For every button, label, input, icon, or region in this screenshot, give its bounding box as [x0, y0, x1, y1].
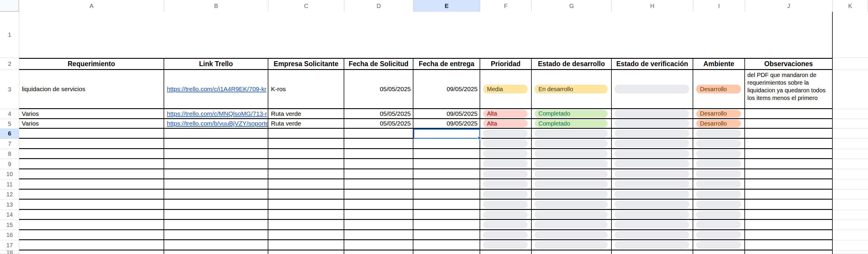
cell-E17[interactable] — [413, 240, 480, 251]
cell-G2-header[interactable]: Estado de desarrollo — [532, 58, 612, 70]
cell-K14[interactable] — [833, 210, 868, 220]
dropdown-chip-I5[interactable]: Desarrollo — [696, 120, 741, 127]
dropdown-chip-I16[interactable] — [696, 231, 741, 239]
cell-I14[interactable] — [693, 210, 745, 220]
cell-F8[interactable] — [480, 149, 532, 159]
cell-B4[interactable]: https://trello.com/c/MNQlsoMG/713-r — [164, 109, 268, 119]
cell-K15[interactable] — [833, 220, 868, 230]
cell-C16[interactable] — [268, 230, 344, 240]
dropdown-chip-F5[interactable]: Alta — [483, 120, 528, 127]
column-header-I[interactable]: I — [693, 0, 745, 12]
cell-F3[interactable]: Media — [480, 70, 532, 109]
cell-B18[interactable] — [164, 251, 268, 254]
fill-handle[interactable] — [477, 136, 481, 140]
dropdown-chip-H4[interactable] — [615, 110, 689, 118]
dropdown-chip-G12[interactable] — [535, 191, 608, 198]
dropdown-chip-G6[interactable] — [535, 130, 608, 137]
cell-D3[interactable]: 05/05/2025 — [344, 70, 413, 109]
dropdown-chip-H12[interactable] — [615, 191, 689, 198]
dropdown-chip-I14[interactable] — [696, 211, 741, 218]
cell-D12[interactable] — [344, 190, 413, 200]
cell-J9[interactable] — [745, 159, 833, 169]
cell-F2-header[interactable]: Prioridad — [480, 58, 532, 70]
cell-B12[interactable] — [164, 190, 268, 200]
cell-A12[interactable] — [19, 190, 164, 200]
dropdown-chip-I9[interactable] — [696, 160, 741, 167]
trello-link-row4[interactable]: https://trello.com/c/MNQlsoMG/713-r — [164, 110, 267, 117]
cell-J2-header[interactable]: Observaciones — [745, 58, 833, 70]
dropdown-chip-I8[interactable] — [696, 150, 741, 158]
cell-I13[interactable] — [693, 200, 745, 210]
cell-C13[interactable] — [268, 200, 344, 210]
dropdown-chip-H9[interactable] — [615, 160, 689, 167]
cell-I18[interactable] — [693, 251, 745, 254]
cell-F7[interactable] — [480, 139, 532, 149]
cell-D9[interactable] — [344, 159, 413, 169]
dropdown-chip-F17[interactable] — [483, 241, 528, 249]
cell-C17[interactable] — [268, 240, 344, 251]
cell-D15[interactable] — [344, 220, 413, 230]
row-header-14[interactable]: 14 — [0, 210, 19, 220]
trello-link-row3[interactable]: https://trello.com/c/i1A4R9EK/709-kr — [164, 86, 266, 93]
cell-K1[interactable] — [833, 12, 868, 58]
cell-J10[interactable] — [745, 169, 833, 179]
cell-H4[interactable] — [612, 109, 693, 119]
row-header-10[interactable]: 10 — [0, 169, 19, 179]
dropdown-chip-G5[interactable]: Completado — [535, 120, 608, 127]
cell-F13[interactable] — [480, 200, 532, 210]
cell-C15[interactable] — [268, 220, 344, 230]
cell-J6[interactable] — [745, 129, 833, 139]
cell-J11[interactable] — [745, 179, 833, 190]
dropdown-chip-F3[interactable]: Media — [483, 85, 528, 94]
cell-D7[interactable] — [344, 139, 413, 149]
column-header-J[interactable]: J — [745, 0, 833, 12]
cell-E11[interactable] — [413, 179, 480, 190]
cell-H17[interactable] — [612, 240, 693, 251]
dropdown-chip-F8[interactable] — [483, 150, 528, 158]
cell-D4[interactable]: 05/05/2025 — [344, 109, 413, 119]
cell-A5[interactable]: Varios — [19, 119, 164, 129]
cell-B6[interactable] — [164, 129, 268, 139]
cell-C7[interactable] — [268, 139, 344, 149]
cell-B3[interactable]: https://trello.com/c/i1A4R9EK/709-kr — [164, 70, 268, 109]
cell-I2-header[interactable]: Ambiente — [693, 58, 745, 70]
cell-J16[interactable] — [745, 230, 833, 240]
cell-G12[interactable] — [532, 190, 612, 200]
cell-B15[interactable] — [164, 220, 268, 230]
cell-H12[interactable] — [612, 190, 693, 200]
cell-K12[interactable] — [833, 190, 868, 200]
dropdown-chip-H11[interactable] — [615, 180, 689, 188]
dropdown-chip-G14[interactable] — [535, 211, 608, 218]
cell-A10[interactable] — [19, 169, 164, 179]
cell-F17[interactable] — [480, 240, 532, 251]
cell-A7[interactable] — [19, 139, 164, 149]
dropdown-chip-G11[interactable] — [535, 180, 608, 188]
dropdown-chip-G10[interactable] — [535, 170, 608, 178]
row-header-15[interactable]: 15 — [0, 220, 19, 230]
dropdown-chip-G13[interactable] — [535, 200, 608, 208]
cell-K7[interactable] — [833, 139, 868, 149]
cell-C5[interactable]: Ruta verde — [268, 119, 344, 129]
cell-K6[interactable] — [833, 129, 868, 139]
cell-A17[interactable] — [19, 240, 164, 251]
cell-D17[interactable] — [344, 240, 413, 251]
cell-A18[interactable] — [19, 251, 164, 254]
dropdown-chip-F13[interactable] — [483, 200, 528, 208]
dropdown-chip-H7[interactable] — [615, 140, 689, 147]
cell-I7[interactable] — [693, 139, 745, 149]
cell-B17[interactable] — [164, 240, 268, 251]
cell-F6[interactable] — [480, 129, 532, 139]
dropdown-chip-H14[interactable] — [615, 211, 689, 218]
column-header-B[interactable]: B — [164, 0, 268, 12]
cell-D11[interactable] — [344, 179, 413, 190]
row-header-3[interactable]: 3 — [0, 70, 19, 109]
cell-G3[interactable]: En desarrollo — [532, 70, 612, 109]
column-header-H[interactable]: H — [612, 0, 693, 12]
cell-I16[interactable] — [693, 230, 745, 240]
cell-J5[interactable] — [745, 119, 833, 129]
cell-J14[interactable] — [745, 210, 833, 220]
selected-cell-E6[interactable] — [413, 129, 480, 139]
cell-A9[interactable] — [19, 159, 164, 169]
cell-E3[interactable]: 09/05/2025 — [413, 70, 480, 109]
cell-D6[interactable] — [344, 129, 413, 139]
